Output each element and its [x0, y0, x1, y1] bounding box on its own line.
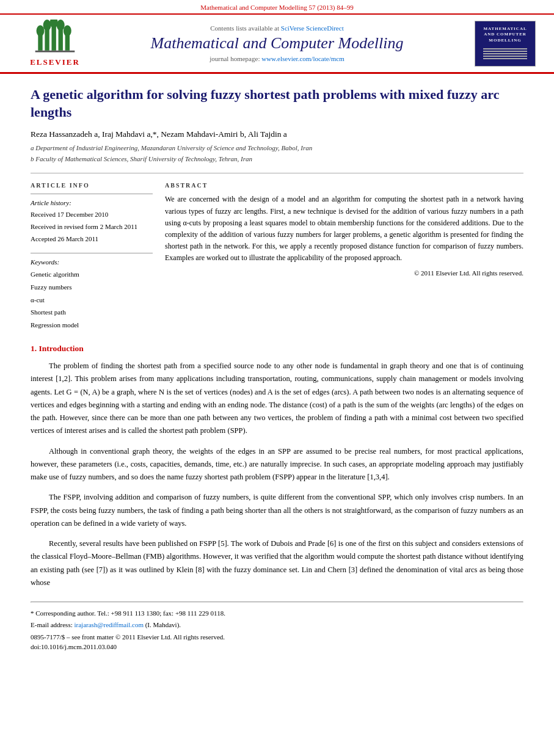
journal-logo-box: MATHEMATICAL AND COMPUTER MODELLING — [462, 21, 536, 67]
intro-paragraph-4: Recently, several results have been publ… — [31, 537, 523, 589]
logo-decorative-lines — [483, 47, 527, 60]
main-content: A genetic algorithm for solving fuzzy sh… — [0, 74, 554, 663]
keyword-1: Genetic algorithm — [31, 268, 153, 281]
abstract-title: ABSTRACT — [165, 182, 523, 189]
sciverse-link: Contents lists available at SciVerse Sci… — [92, 24, 462, 32]
article-info-col: ARTICLE INFO Article history: Received 1… — [31, 182, 153, 332]
issn-line: 0895-7177/$ – see front matter © 2011 El… — [31, 633, 523, 641]
section-divider — [31, 173, 523, 173]
svg-point-8 — [50, 20, 58, 28]
abstract-text: We are concerned with the design of a mo… — [165, 194, 523, 264]
accepted-date: Accepted 26 March 2011 — [31, 233, 153, 245]
affiliation-b: b Faculty of Mathematical Sciences, Shar… — [31, 154, 523, 165]
affiliations: a Department of Industrial Engineering, … — [31, 143, 523, 164]
intro-paragraph-1: The problem of finding the shortest path… — [31, 360, 523, 438]
journal-logo-image: MATHEMATICAL AND COMPUTER MODELLING — [475, 21, 536, 67]
keyword-2: Fuzzy numbers — [31, 281, 153, 294]
info-divider-mid — [31, 253, 153, 253]
footnote-email: E-mail address: irajarash@rediffmail.com… — [31, 619, 523, 631]
journal-top-header: Mathematical and Computer Modelling 57 (… — [0, 0, 554, 15]
abstract-col: ABSTRACT We are concerned with the desig… — [165, 182, 523, 332]
svg-point-10 — [64, 25, 71, 36]
intro-paragraph-2: Although in conventional graph theory, t… — [31, 445, 523, 484]
received-date: Received 17 December 2010 — [31, 209, 153, 221]
keywords-list: Genetic algorithm Fuzzy numbers α-cut Sh… — [31, 268, 153, 332]
article-info-title: ARTICLE INFO — [31, 182, 153, 189]
keyword-5: Regression model — [31, 319, 153, 332]
journal-title-banner: Mathematical and Computer Modelling — [92, 34, 462, 53]
elsevier-wordmark: ELSEVIER — [30, 57, 80, 67]
journal-citation: Mathematical and Computer Modelling 57 (… — [200, 4, 354, 11]
sciverse-url[interactable]: SciVerse ScienceDirect — [281, 24, 344, 32]
elsevier-tree-icon — [31, 20, 79, 56]
copyright-line: © 2011 Elsevier Ltd. All rights reserved… — [165, 269, 523, 277]
keyword-4: Shortest path — [31, 306, 153, 319]
intro-section-title: 1. Introduction — [31, 344, 523, 354]
history-label: Article history: — [31, 199, 153, 206]
svg-point-9 — [57, 20, 65, 31]
authors: Reza Hassanzadeh a, Iraj Mahdavi a,*, Ne… — [31, 129, 523, 139]
svg-rect-5 — [35, 51, 75, 53]
logo-title-text: MATHEMATICAL AND COMPUTER MODELLING — [483, 26, 527, 43]
footnote-divider — [31, 602, 523, 603]
article-info-abstract: ARTICLE INFO Article history: Received 1… — [31, 182, 523, 332]
homepage-url[interactable]: www.elsevier.com/locate/mcm — [261, 55, 344, 62]
svg-point-7 — [43, 20, 51, 31]
doi-line: doi:10.1016/j.mcm.2011.03.040 — [31, 643, 523, 650]
paper-title: A genetic algorithm for solving fuzzy sh… — [31, 86, 523, 121]
elsevier-logo: ELSEVIER — [18, 20, 92, 67]
article-dates: Received 17 December 2010 Received in re… — [31, 209, 153, 245]
email-link[interactable]: irajarash@rediffmail.com — [74, 621, 143, 628]
affiliation-a: a Department of Industrial Engineering, … — [31, 143, 523, 154]
keywords-label: Keywords: — [31, 258, 153, 266]
svg-point-6 — [37, 25, 45, 36]
intro-paragraph-3: The FSPP, involving addition and compari… — [31, 491, 523, 530]
homepage-link: journal homepage: www.elsevier.com/locat… — [92, 55, 462, 62]
keyword-3: α-cut — [31, 294, 153, 307]
footnote-corresponding: * Corresponding author. Tel.: +98 911 11… — [31, 608, 523, 619]
banner-center: Contents lists available at SciVerse Sci… — [92, 24, 462, 62]
info-divider-top — [31, 194, 153, 194]
revised-date: Received in revised form 2 March 2011 — [31, 221, 153, 233]
elsevier-banner: ELSEVIER Contents lists available at Sci… — [0, 15, 554, 74]
